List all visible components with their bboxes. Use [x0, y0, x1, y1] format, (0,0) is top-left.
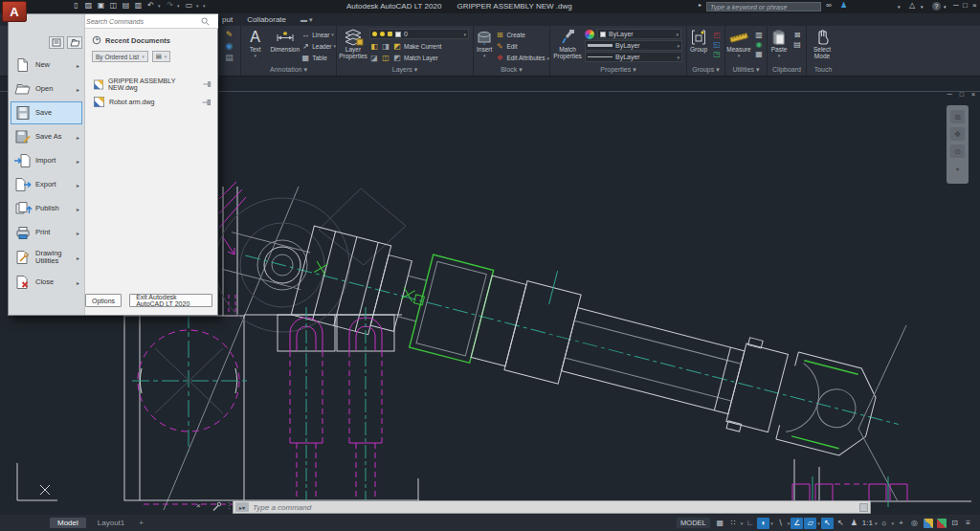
- recent-documents-toggle-icon[interactable]: [49, 36, 64, 49]
- workspace-chevron-icon[interactable]: ▾: [891, 520, 894, 526]
- model-space-badge[interactable]: MODEL: [677, 518, 710, 528]
- match-layer-button[interactable]: ◪ ◫ ◩ Match Layer: [369, 53, 469, 64]
- menu-item-print[interactable]: Print ▸: [11, 221, 82, 244]
- qat-saveas-icon[interactable]: ◫: [108, 1, 119, 10]
- qat-customize-icon[interactable]: ▾: [203, 3, 208, 9]
- pan-icon[interactable]: ✥: [950, 127, 965, 141]
- text-button[interactable]: A Text▾: [241, 28, 269, 64]
- selected-segment[interactable]: [410, 254, 494, 363]
- polar-tracking-icon[interactable]: ◐: [757, 518, 769, 529]
- group-select-icon[interactable]: ◳: [713, 50, 721, 58]
- close-button[interactable]: ×: [972, 1, 977, 10]
- menu-item-save-as[interactable]: Save As ▸: [11, 125, 82, 148]
- annotation-scale-person-icon[interactable]: ♟: [848, 518, 860, 529]
- exit-button[interactable]: Exit Autodesk AutoCAD LT 2020: [129, 294, 212, 307]
- lineweight-chevron[interactable]: ▾: [677, 43, 679, 49]
- ungroup-icon[interactable]: ◰: [713, 31, 721, 39]
- search-collapse-icon[interactable]: ▸: [699, 1, 702, 8]
- group-button[interactable]: Group: [687, 28, 710, 64]
- annotation-scale-value[interactable]: 1:1: [861, 518, 874, 529]
- isodraft-chevron-icon[interactable]: ▾: [788, 520, 791, 526]
- open-documents-toggle-icon[interactable]: [67, 36, 82, 49]
- undo-icon[interactable]: ↶: [145, 1, 156, 10]
- pin-icon[interactable]: [203, 80, 212, 88]
- groups-panel-label[interactable]: Groups ▾: [687, 66, 724, 76]
- qat-new-icon[interactable]: ▯: [71, 1, 81, 10]
- sign-in-icon[interactable]: ♟: [840, 1, 847, 10]
- color-dropdown-chevron[interactable]: ▾: [676, 32, 679, 37]
- menu-item-export[interactable]: Export ▸: [11, 173, 82, 196]
- bore-circle[interactable]: [132, 311, 247, 452]
- new-layout-button[interactable]: +: [136, 518, 146, 528]
- workspace-icon[interactable]: ▭: [184, 1, 194, 10]
- zoom-icon[interactable]: ⊙: [950, 144, 965, 158]
- grid-icon[interactable]: ▦: [714, 518, 726, 529]
- layers-panel-label[interactable]: Layers ▾: [337, 66, 473, 76]
- options-button[interactable]: Options: [85, 294, 122, 307]
- linetype-chevron[interactable]: ▾: [677, 55, 679, 60]
- menu-item-open[interactable]: Open ▸: [11, 77, 82, 100]
- id-point-icon[interactable]: ▥: [755, 31, 763, 39]
- layer-properties-button[interactable]: Layer Properties: [337, 28, 369, 64]
- osnap-chevron-icon[interactable]: ▾: [817, 520, 820, 526]
- edit-block-button[interactable]: ✎ Edit: [495, 40, 549, 52]
- graphics-performance-icon[interactable]: [922, 518, 934, 529]
- tab-model[interactable]: Model: [50, 518, 86, 528]
- snap-chevron-icon[interactable]: ▾: [741, 520, 744, 526]
- osnap-tracking-icon[interactable]: ∠: [791, 518, 803, 529]
- navbar-more-icon[interactable]: ▾: [950, 162, 965, 175]
- command-input[interactable]: Type a command: [253, 503, 311, 512]
- redo-icon[interactable]: ↷: [165, 1, 175, 10]
- revision-cloud-icon[interactable]: ✎: [226, 30, 234, 39]
- help-chevron-icon[interactable]: ▾: [944, 4, 947, 10]
- utilities-panel-label[interactable]: Utilities ▾: [725, 66, 767, 76]
- dimension-button[interactable]: Dimension: [269, 28, 301, 64]
- right-support[interactable]: [785, 325, 971, 507]
- color-wheel-icon[interactable]: [585, 30, 594, 39]
- create-block-button[interactable]: ⊞ Create: [495, 29, 549, 40]
- annotation-visibility-icon[interactable]: ↖: [821, 518, 834, 529]
- maximize-button[interactable]: □: [963, 1, 968, 10]
- make-current-button[interactable]: ◧ ◨ ◩ Make Current: [369, 40, 469, 52]
- tab-collaborate[interactable]: Collaborate: [247, 15, 286, 24]
- pivot-circles[interactable]: [215, 188, 406, 332]
- workspace-dropdown-icon[interactable]: ▾: [196, 3, 201, 9]
- menu-item-drawing-utilities[interactable]: Drawing Utilities ▸: [11, 245, 82, 270]
- qat-save-icon[interactable]: ▣: [96, 1, 106, 10]
- sort-order-dropdown[interactable]: By Ordered List ▾: [92, 51, 148, 62]
- qat-sheet-icon[interactable]: ▥: [133, 1, 144, 10]
- viewport-close-icon[interactable]: ×: [971, 91, 975, 98]
- annotation-panel-label[interactable]: Annotation ▾: [241, 66, 336, 76]
- lineweight-dropdown[interactable]: ByLayer ▾: [585, 40, 682, 51]
- layer-dropdown-chevron[interactable]: ▾: [463, 32, 466, 37]
- commandline-close-icon[interactable]: ×: [196, 501, 201, 510]
- select-mode-button[interactable]: Select Mode: [807, 28, 837, 64]
- osnap-icon[interactable]: ▱: [804, 518, 816, 529]
- command-recent-icon[interactable]: [859, 503, 868, 512]
- application-menu-button[interactable]: A: [2, 1, 27, 22]
- table-button[interactable]: ▦ Table: [301, 53, 336, 64]
- menu-search-input[interactable]: [86, 18, 201, 25]
- snap-icon[interactable]: ∷: [727, 518, 740, 529]
- properties-panel-label[interactable]: Properties ▾: [550, 66, 686, 76]
- recent-file-gripper[interactable]: GRIPPER ASSEMBLY NEW.dwg: [85, 75, 217, 94]
- viewport-restore-icon[interactable]: □: [960, 91, 964, 98]
- tab-output-clipped[interactable]: put: [222, 15, 233, 24]
- hardware-acceleration-icon[interactable]: [935, 518, 947, 529]
- tab-layout1[interactable]: Layout1: [90, 518, 132, 528]
- media-tab-icon[interactable]: ▬ ▾: [301, 16, 312, 24]
- leader-button[interactable]: ↗ Leader▾: [301, 40, 336, 52]
- viewport-minimize-icon[interactable]: ─: [947, 91, 952, 98]
- icon-size-dropdown[interactable]: ▤ ▾: [152, 51, 171, 62]
- isodraft-icon[interactable]: ∖: [774, 518, 787, 529]
- workspace-gear-icon[interactable]: ☼: [878, 518, 890, 529]
- menu-item-save[interactable]: Save: [11, 101, 82, 124]
- qat-open-icon[interactable]: ▨: [83, 1, 94, 10]
- match-properties-button[interactable]: Match Properties: [550, 28, 585, 64]
- scale-chevron-icon[interactable]: ▾: [875, 520, 878, 526]
- insert-button[interactable]: Insert▾: [474, 28, 495, 64]
- camera-icon[interactable]: ◉: [226, 41, 234, 51]
- cut-icon[interactable]: ⊠: [794, 31, 801, 39]
- paste-button[interactable]: Paste▾: [768, 28, 791, 64]
- minimize-button[interactable]: ─: [953, 1, 959, 10]
